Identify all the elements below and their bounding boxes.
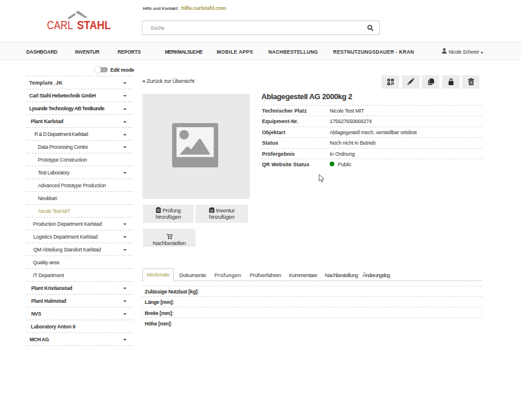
svg-text:STAHL: STAHL [77, 18, 111, 32]
svg-text:CARL: CARL [47, 18, 74, 32]
